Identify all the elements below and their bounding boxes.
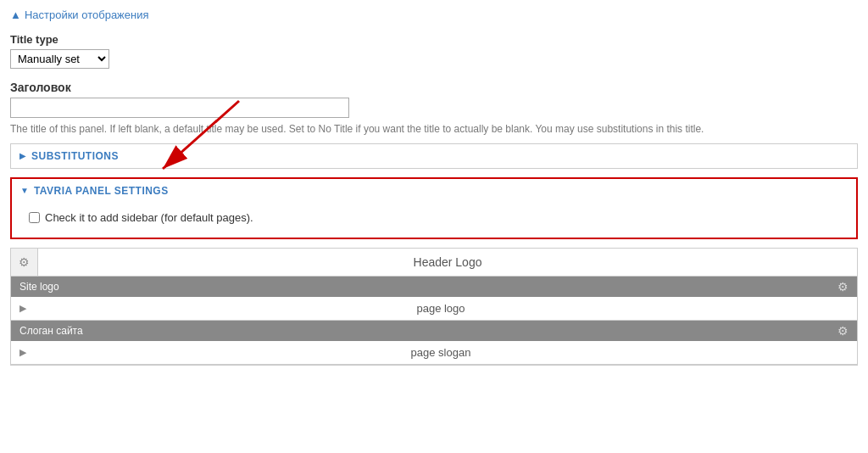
tavria-triangle: ▼ [20, 186, 29, 195]
site-logo-label: page logo [33, 302, 849, 315]
slogan-header-label: Слоган сайта [19, 325, 83, 337]
title-type-label: Title type [10, 33, 858, 46]
tavria-section: ▼ TAVRIA PANEL SETTINGS Check it to add … [10, 177, 858, 239]
heading-input[interactable] [10, 98, 349, 118]
arrow-up-icon: ▲ [10, 8, 21, 21]
slogan-sub-section: Слоган сайта ⚙ ▶ page slogan [11, 321, 857, 365]
display-settings-link[interactable]: ▲ Настройки отображения [10, 8, 149, 21]
site-logo-sub-section: Site logo ⚙ ▶ page logo [11, 277, 857, 321]
tavria-title: TAVRIA PANEL SETTINGS [34, 185, 169, 197]
site-logo-play-icon[interactable]: ▶ [19, 303, 26, 314]
sidebar-checkbox-text: Check it to add sidebar (for default pag… [45, 211, 253, 224]
page-wrapper: ▲ Настройки отображения Title type Manua… [0, 0, 868, 383]
slogan-label: page slogan [33, 346, 849, 359]
tavria-section-wrapper: ▼ TAVRIA PANEL SETTINGS Check it to add … [10, 177, 858, 239]
tavria-body: Check it to add sidebar (for default pag… [12, 203, 856, 238]
display-settings-label: Настройки отображения [25, 8, 149, 21]
tavria-header[interactable]: ▼ TAVRIA PANEL SETTINGS [12, 179, 856, 203]
sidebar-checkbox-label: Check it to add sidebar (for default pag… [29, 211, 839, 224]
title-type-field: Title type Manually set Page title No ti… [10, 33, 858, 69]
header-logo-title: Header Logo [38, 250, 857, 274]
site-logo-header-label: Site logo [19, 281, 59, 293]
title-type-select-wrapper: Manually set Page title No title [10, 49, 109, 69]
title-type-select[interactable]: Manually set Page title No title [10, 49, 109, 69]
slogan-play-icon[interactable]: ▶ [19, 347, 26, 358]
substitutions-header[interactable]: ▶ SUBSTITUTIONS [11, 144, 857, 168]
site-logo-header[interactable]: Site logo ⚙ [11, 277, 857, 297]
header-logo-title-row: ⚙ Header Logo [11, 249, 857, 277]
substitutions-title: SUBSTITUTIONS [31, 150, 119, 162]
heading-section: Заголовок The title of this panel. If le… [10, 81, 858, 137]
heading-hint: The title of this panel. If left blank, … [10, 122, 773, 137]
sidebar-checkbox[interactable] [29, 212, 40, 223]
substitutions-triangle: ▶ [19, 151, 26, 160]
slogan-header[interactable]: Слоган сайта ⚙ [11, 321, 857, 341]
slogan-gear-icon[interactable]: ⚙ [837, 324, 849, 338]
header-logo-section: ⚙ Header Logo Site logo ⚙ ▶ page logo Сл… [10, 248, 858, 366]
site-logo-gear-icon[interactable]: ⚙ [837, 280, 849, 294]
site-logo-body: ▶ page logo [11, 297, 857, 320]
gear-icon: ⚙ [19, 255, 30, 269]
heading-label: Заголовок [10, 81, 858, 94]
slogan-body: ▶ page slogan [11, 341, 857, 364]
header-logo-gear-icon[interactable]: ⚙ [11, 249, 38, 276]
substitutions-section: ▶ SUBSTITUTIONS [10, 143, 858, 169]
